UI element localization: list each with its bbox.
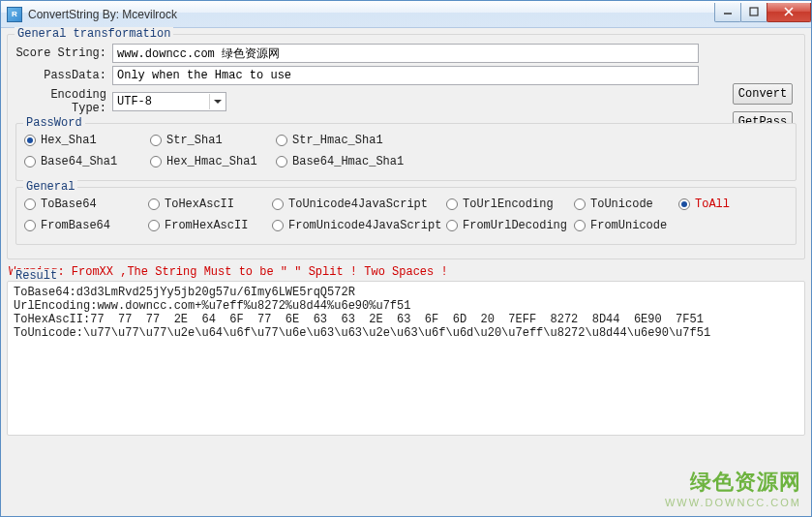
radio-dot-icon [276, 135, 287, 146]
app-icon: R [7, 7, 22, 22]
group-password: PassWord Hex_Sha1Str_Sha1Str_Hmac_Sha1Ba… [15, 123, 797, 181]
label-encoding-type: Encoding Type: [15, 88, 112, 115]
radio-label: FromUnicode4JavaScript [288, 219, 441, 232]
radio-label: ToUrlEncoding [463, 198, 554, 211]
maximize-button[interactable] [740, 3, 767, 22]
radio-dot-icon [148, 198, 160, 210]
radio-dot-icon [24, 135, 36, 146]
minimize-button[interactable] [714, 3, 741, 22]
radio-dot-icon [574, 220, 586, 231]
warning-text: Warning: FromXX ,The String Must to be "… [9, 265, 805, 279]
radio-dot-icon [446, 220, 458, 231]
score-string-input[interactable] [112, 44, 699, 63]
radio-tobase64[interactable]: ToBase64 [24, 198, 148, 211]
radio-label: FromHexAscII [165, 219, 248, 232]
radio-dot-icon [150, 156, 162, 167]
radio-dot-icon [24, 198, 36, 210]
group-legend: General transformation [15, 27, 173, 41]
general-legend: General [23, 180, 77, 194]
radio-label: FromBase64 [41, 219, 110, 232]
svg-rect-1 [750, 8, 758, 15]
radio-dot-icon [150, 135, 162, 146]
radio-label: ToUnicode [590, 198, 653, 211]
radio-dot-icon [272, 198, 284, 210]
radio-label: ToAll [695, 198, 730, 211]
radio-dot-icon [276, 156, 287, 167]
encoding-type-value: UTF-8 [117, 95, 152, 108]
radio-label: ToUnicode4JavaScript [288, 198, 428, 211]
radio-dot-icon [272, 220, 284, 231]
group-general-transformation: General transformation Score String: Pas… [7, 34, 805, 259]
pass-data-input[interactable] [112, 66, 699, 85]
radio-label: Base64_Hmac_Sha1 [292, 155, 404, 168]
watermark-cn: 绿色资源网 [665, 468, 801, 497]
radio-frombase64[interactable]: FromBase64 [24, 219, 148, 232]
radio-label: ToHexAscII [165, 198, 234, 211]
close-button[interactable] [767, 3, 811, 22]
radio-fromunicode4javascript[interactable]: FromUnicode4JavaScript [272, 219, 446, 232]
radio-dot-icon [446, 198, 458, 210]
radio-hex-hmac-sha1[interactable]: Hex_Hmac_Sha1 [150, 155, 276, 168]
label-score-string: Score String: [15, 46, 112, 60]
radio-label: Str_Hmac_Sha1 [292, 134, 383, 147]
radio-base64-sha1[interactable]: Base64_Sha1 [24, 155, 150, 168]
watermark: 绿色资源网 WWW.DOWNCC.COM [665, 468, 801, 508]
radio-label: Str_Sha1 [166, 134, 223, 147]
radio-fromunicode[interactable]: FromUnicode [574, 219, 678, 232]
radio-dot-icon [24, 220, 36, 231]
radio-label: Base64_Sha1 [41, 155, 117, 168]
radio-hex-sha1[interactable]: Hex_Sha1 [24, 134, 150, 147]
radio-fromurldecoding[interactable]: FromUrlDecoding [446, 219, 574, 232]
password-legend: PassWord [23, 116, 85, 130]
radio-label: FromUnicode [590, 219, 667, 232]
radio-label: FromUrlDecoding [463, 219, 567, 232]
radio-label: Hex_Hmac_Sha1 [166, 155, 257, 168]
radio-tounicode[interactable]: ToUnicode [574, 198, 678, 211]
radio-dot-icon [148, 220, 160, 231]
result-textarea[interactable]: ToBase64:d3d3LmRvd25jYy5jb20g57u/6Imy6LW… [7, 281, 805, 436]
radio-base64-hmac-sha1[interactable]: Base64_Hmac_Sha1 [276, 155, 440, 168]
group-general: General ToBase64ToHexAscIIToUnicode4Java… [15, 187, 797, 245]
label-pass-data: PassData: [15, 69, 112, 82]
window-title: ConvertString By: Mcevilrock [28, 8, 177, 21]
radio-tourlencoding[interactable]: ToUrlEncoding [446, 198, 574, 211]
convert-button[interactable]: Convert [733, 83, 793, 105]
radio-fromhexascii[interactable]: FromHexAscII [148, 219, 272, 232]
watermark-en: WWW.DOWNCC.COM [665, 497, 801, 508]
app-window: R ConvertString By: Mcevilrock General t… [0, 0, 812, 517]
client-area: General transformation Score String: Pas… [1, 28, 811, 516]
window-controls [715, 3, 811, 22]
encoding-type-combo[interactable]: UTF-8 [112, 92, 226, 111]
radio-str-sha1[interactable]: Str_Sha1 [150, 134, 276, 147]
radio-label: ToBase64 [41, 198, 97, 211]
radio-label: Hex_Sha1 [41, 134, 97, 147]
titlebar[interactable]: R ConvertString By: Mcevilrock [1, 1, 811, 28]
radio-toall[interactable]: ToAll [678, 198, 783, 211]
radio-dot-icon [574, 198, 586, 210]
radio-tounicode4javascript[interactable]: ToUnicode4JavaScript [272, 198, 446, 211]
radio-dot-icon [24, 156, 36, 167]
radio-dot-icon [678, 198, 690, 210]
chevron-down-icon [209, 94, 225, 109]
radio-tohexascii[interactable]: ToHexAscII [148, 198, 272, 211]
radio-str-hmac-sha1[interactable]: Str_Hmac_Sha1 [276, 134, 440, 147]
